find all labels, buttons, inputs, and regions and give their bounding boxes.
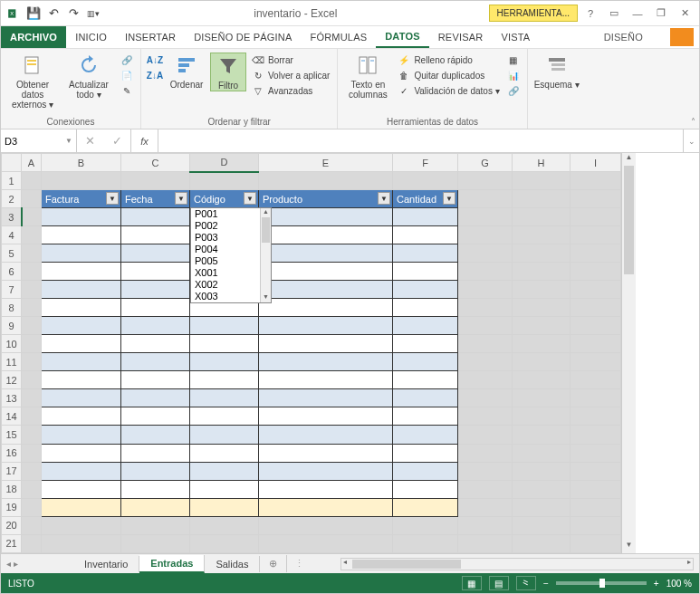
undo-icon[interactable]: ↶ bbox=[44, 5, 62, 23]
add-sheet-button[interactable]: ⊕ bbox=[260, 555, 287, 572]
cell[interactable] bbox=[22, 172, 42, 190]
cell[interactable] bbox=[458, 389, 513, 407]
zoom-out-button[interactable]: − bbox=[543, 579, 549, 589]
conexiones-icon[interactable]: 🔗 bbox=[119, 53, 135, 67]
restore-icon[interactable]: ❐ bbox=[650, 5, 672, 23]
cell[interactable] bbox=[22, 444, 42, 462]
cell[interactable] bbox=[259, 244, 393, 263]
cell[interactable] bbox=[393, 263, 458, 281]
collapse-ribbon-icon[interactable]: ˄ bbox=[691, 117, 695, 127]
cell[interactable] bbox=[22, 534, 42, 552]
cell[interactable] bbox=[190, 353, 259, 371]
cell[interactable] bbox=[22, 426, 42, 444]
cell[interactable] bbox=[259, 208, 393, 226]
cell[interactable] bbox=[571, 480, 621, 498]
cell[interactable] bbox=[393, 516, 458, 534]
cell[interactable] bbox=[121, 226, 190, 244]
cell[interactable] bbox=[42, 389, 121, 407]
cell[interactable] bbox=[393, 389, 458, 407]
cell[interactable] bbox=[259, 172, 393, 190]
cell[interactable] bbox=[571, 226, 621, 244]
tab-revisar[interactable]: REVISAR bbox=[429, 26, 493, 48]
cell[interactable] bbox=[42, 208, 121, 226]
cell[interactable] bbox=[393, 353, 458, 371]
cell[interactable] bbox=[393, 462, 458, 480]
cell[interactable] bbox=[121, 426, 190, 444]
help-icon[interactable]: ? bbox=[580, 5, 601, 23]
cell[interactable] bbox=[458, 244, 513, 263]
cell[interactable] bbox=[571, 534, 621, 552]
texto-columnas-button[interactable]: Texto en columnas bbox=[343, 53, 392, 100]
cell[interactable] bbox=[571, 263, 621, 281]
cell[interactable] bbox=[571, 190, 621, 208]
cell[interactable] bbox=[42, 407, 121, 426]
cell[interactable] bbox=[571, 244, 621, 263]
cell[interactable] bbox=[458, 371, 513, 389]
table-header[interactable]: Cantidad▼ bbox=[393, 190, 458, 208]
row-header[interactable]: 8 bbox=[2, 299, 22, 317]
cell[interactable] bbox=[458, 462, 513, 480]
cancel-formula-icon[interactable]: ✕ bbox=[85, 134, 95, 148]
scroll-thumb[interactable] bbox=[624, 166, 634, 274]
cell[interactable] bbox=[513, 263, 571, 281]
col-header-f[interactable]: F bbox=[393, 154, 458, 172]
cell[interactable] bbox=[42, 317, 121, 335]
cell[interactable] bbox=[190, 335, 259, 353]
cell[interactable] bbox=[121, 516, 190, 534]
cell[interactable] bbox=[571, 498, 621, 516]
cell[interactable] bbox=[121, 498, 190, 516]
cell[interactable] bbox=[22, 263, 42, 281]
cell[interactable] bbox=[259, 444, 393, 462]
cell[interactable] bbox=[458, 407, 513, 426]
cell[interactable] bbox=[513, 226, 571, 244]
enter-formula-icon[interactable]: ✓ bbox=[112, 134, 122, 148]
cell[interactable] bbox=[513, 172, 571, 190]
cell[interactable] bbox=[259, 226, 393, 244]
row-header[interactable]: 19 bbox=[2, 498, 22, 516]
cell[interactable] bbox=[121, 480, 190, 498]
cell[interactable] bbox=[393, 208, 458, 226]
cell[interactable] bbox=[571, 317, 621, 335]
save-icon[interactable]: 💾 bbox=[24, 5, 43, 23]
cell[interactable] bbox=[22, 299, 42, 317]
cell[interactable] bbox=[121, 353, 190, 371]
scroll-down-icon[interactable]: ▼ bbox=[622, 541, 636, 553]
cell[interactable] bbox=[190, 172, 259, 190]
cell[interactable] bbox=[42, 172, 121, 190]
list-item[interactable]: X002 bbox=[191, 279, 271, 291]
tab-vista[interactable]: VISTA bbox=[492, 26, 539, 48]
cell[interactable] bbox=[259, 480, 393, 498]
borrar-filtro-button[interactable]: ⌫Borrar bbox=[250, 53, 331, 67]
cell[interactable] bbox=[190, 444, 259, 462]
normal-view-icon[interactable]: ▦ bbox=[462, 576, 482, 590]
cell[interactable] bbox=[121, 281, 190, 299]
filter-arrow-icon[interactable]: ▼ bbox=[106, 192, 119, 205]
cell[interactable] bbox=[259, 299, 393, 317]
cell[interactable] bbox=[458, 516, 513, 534]
cell[interactable] bbox=[121, 389, 190, 407]
cell[interactable] bbox=[571, 281, 621, 299]
cell[interactable] bbox=[393, 480, 458, 498]
cell[interactable] bbox=[571, 516, 621, 534]
list-item[interactable]: P004 bbox=[191, 244, 271, 255]
cell[interactable] bbox=[458, 317, 513, 335]
cell[interactable] bbox=[121, 317, 190, 335]
zoom-slider[interactable] bbox=[556, 581, 647, 585]
hscroll-right-icon[interactable]: ▸ bbox=[687, 558, 691, 566]
validation-dropdown-list[interactable]: P001 P002 P003 P004 P005 X001 X002 X003 … bbox=[190, 207, 272, 303]
list-item[interactable]: X003 bbox=[191, 291, 271, 302]
spreadsheet-grid[interactable]: A B C D E F G H I 12Factura▼Fecha▼Código… bbox=[1, 153, 621, 553]
cell[interactable] bbox=[190, 480, 259, 498]
cell[interactable] bbox=[259, 353, 393, 371]
cell[interactable] bbox=[393, 335, 458, 353]
page-break-view-icon[interactable]: ⺀ bbox=[516, 576, 536, 590]
filter-arrow-icon[interactable]: ▼ bbox=[244, 192, 256, 205]
cell[interactable] bbox=[190, 516, 259, 534]
analisis-icon[interactable]: 📊 bbox=[505, 68, 522, 82]
cell[interactable] bbox=[42, 480, 121, 498]
cell[interactable] bbox=[458, 426, 513, 444]
row-header[interactable]: 20 bbox=[2, 516, 22, 534]
col-header-g[interactable]: G bbox=[458, 154, 513, 172]
cell[interactable] bbox=[22, 190, 42, 208]
cell[interactable] bbox=[393, 226, 458, 244]
